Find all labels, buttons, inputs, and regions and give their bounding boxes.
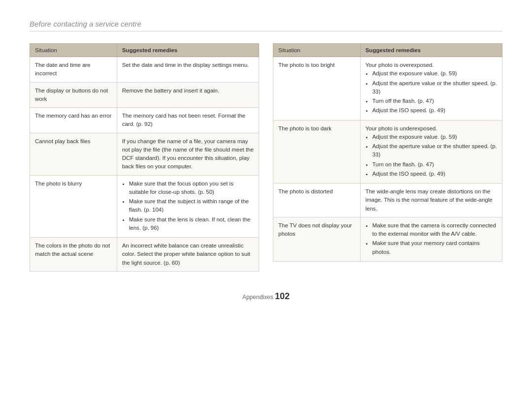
table-row: The colors in the photo do not match the… [30,238,259,272]
remedy-text: Set the date and time in the display set… [122,61,254,69]
remedy-cell: Make sure that the focus option you set … [117,175,259,238]
left-table-wrapper: Situation Suggested remedies The date an… [30,43,259,272]
situation-cell: The photo is too dark [273,120,361,184]
list-item: Adjust the exposure value. (p. 59) [372,69,497,78]
situation-cell: The memory card has an error [30,108,117,133]
situation-cell: The display or buttons do not work [30,82,117,108]
table-row: The TV does not display your photosMake … [273,217,502,261]
left-col1-header: Situation [30,44,117,57]
situation-cell: The photo is blurry [30,175,117,238]
table-row: The photo is distortedThe wide-angle len… [273,184,502,217]
left-table: Situation Suggested remedies The date an… [30,43,259,272]
content-area: Situation Suggested remedies The date an… [30,43,502,272]
list-item: Adjust the ISO speed. (p. 49) [372,170,497,178]
remedy-text: Remove the battery and insert it again. [122,87,254,95]
remedy-cell: The memory card has not been reset. Form… [117,108,259,133]
right-col2-header: Suggested remedies [360,44,502,57]
table-row: The photo is too darkYour photo is under… [273,120,502,184]
situation-cell: Cannot play back files [30,133,117,175]
remedy-text: If you change the name of a file, your c… [122,137,254,171]
page-title: Before contacting a service centre [30,20,502,31]
remedy-text: The memory card has not been reset. Form… [122,112,254,129]
right-col1-header: Situation [273,44,361,57]
situation-cell: The date and time are incorrect [30,57,117,83]
situation-cell: The colors in the photo do not match the… [30,238,117,272]
table-row: The display or buttons do not workRemove… [30,82,259,108]
list-item: Make sure that the subject is within ran… [129,197,254,215]
right-table-wrapper: Situation Suggested remedies The photo i… [273,43,502,272]
remedy-text: An incorrect white balance can create un… [122,242,254,267]
remedy-text: Your photo is underexposed. [366,124,497,133]
list-item: Turn on the flash. (p. 47) [372,160,497,169]
list-item: Adjust the ISO speed. (p. 49) [372,106,497,115]
remedy-cell: Set the date and time in the display set… [117,57,259,83]
remedy-cell: Remove the battery and insert it again. [117,82,259,108]
table-row: The photo is blurryMake sure that the fo… [30,175,259,238]
list-item: Make sure that the focus option you set … [129,180,254,197]
footer-page: 102 [275,291,290,301]
situation-cell: The photo is distorted [273,184,361,217]
remedy-list: Adjust the exposure value. (p. 59)Adjust… [366,69,497,115]
remedy-list: Make sure that the focus option you set … [122,180,254,233]
list-item: Make sure that the camera is correctly c… [372,221,497,239]
remedy-cell: Your photo is underexposed.Adjust the ex… [360,120,502,184]
list-item: Make sure that the lens is clean. If not… [129,216,254,233]
remedy-text: The wide-angle lens may create distortio… [366,187,497,213]
remedy-cell: Make sure that the camera is correctly c… [360,217,502,261]
list-item: Adjust the aperture value or the shutter… [372,79,497,96]
right-table: Situation Suggested remedies The photo i… [273,43,502,262]
remedy-list: Adjust the exposure value. (p. 59)Adjust… [366,133,497,178]
situation-cell: The TV does not display your photos [273,217,361,261]
remedy-text: Your photo is overexposed. [366,61,497,69]
list-item: Adjust the exposure value. (p. 59) [372,133,497,141]
table-row: The memory card has an errorThe memory c… [30,108,259,133]
page-footer: Appendixes 102 [30,291,502,302]
situation-cell: The photo is too bright [273,57,361,121]
list-item: Make sure that your memory card contains… [372,239,497,256]
remedy-cell: The wide-angle lens may create distortio… [360,184,502,217]
footer-label: Appendixes [242,294,273,301]
table-row: The date and time are incorrectSet the d… [30,57,259,83]
list-item: Turn off the flash. (p. 47) [372,97,497,105]
remedy-cell: Your photo is overexposed.Adjust the exp… [360,57,502,121]
remedy-cell: If you change the name of a file, your c… [117,133,259,175]
table-row: Cannot play back filesIf you change the … [30,133,259,175]
remedy-list: Make sure that the camera is correctly c… [366,221,497,256]
list-item: Adjust the aperture value or the shutter… [372,142,497,159]
remedy-cell: An incorrect white balance can create un… [117,238,259,272]
left-col2-header: Suggested remedies [117,44,259,57]
table-row: The photo is too brightYour photo is ove… [273,57,502,121]
